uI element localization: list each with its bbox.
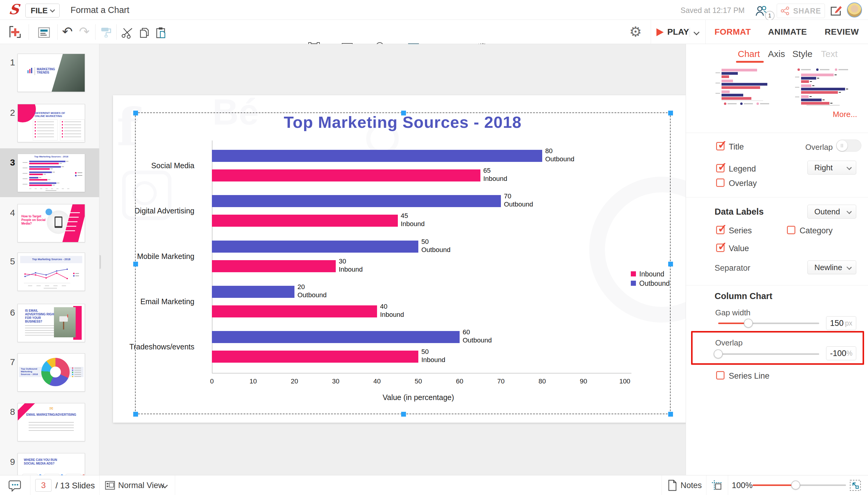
paste-icon[interactable]: [154, 26, 168, 39]
slide-row-9[interactable]: 9WHERE CAN YOU RUN SOCIAL MEDIA ADS?: [0, 448, 100, 475]
series-line-checkbox[interactable]: [716, 371, 725, 379]
gap-width-value-box[interactable]: 150 px: [826, 316, 856, 330]
slide-thumbnail-7[interactable]: Top Outbound Marketing Sources - 2018: [17, 353, 85, 392]
file-menu-button[interactable]: FILE: [25, 4, 60, 17]
redo-button[interactable]: ↷: [79, 24, 89, 39]
comments-icon[interactable]: [8, 480, 22, 492]
thumb-title: DIFFERENT MODES OF ONLINE MARKETING: [35, 112, 74, 118]
gap-width-label: Gap width: [715, 308, 750, 318]
slide-thumbnail-1[interactable]: MARKETING TRENDS: [17, 54, 85, 92]
legend-checkbox[interactable]: [716, 164, 725, 172]
chart-bar-inbound-0[interactable]: [212, 169, 481, 182]
chart-bar-inbound-4[interactable]: [212, 351, 418, 363]
new-slide-button[interactable]: [8, 25, 22, 39]
present-settings-gear-icon[interactable]: ⚙: [629, 23, 642, 40]
chart-bar-inbound-3[interactable]: [212, 305, 377, 318]
slide-row-7[interactable]: 7Top Outbound Marketing Sources - 2018: [0, 348, 100, 397]
slide-row-4[interactable]: 4How to Target People on Social Media?: [0, 199, 100, 248]
slide-thumbnail-5[interactable]: Top Marketing Sources - 2018: [17, 253, 85, 291]
data-labels-position-dropdown[interactable]: Outend: [808, 205, 856, 219]
thumb-title: EMAIL MARKETING/ADVERTISING: [18, 413, 85, 416]
overlap-value-box[interactable]: -100 %: [826, 346, 856, 360]
title-checkbox[interactable]: [716, 142, 725, 150]
chart-bar-inbound-2[interactable]: [212, 260, 336, 272]
normal-view-icon: [105, 481, 115, 490]
format-painter-icon[interactable]: [100, 26, 112, 39]
chart-x-tick-label: 10: [246, 377, 261, 385]
series-checkbox[interactable]: [716, 226, 725, 234]
slide-thumbnail-6[interactable]: IS EMAIL ADVERTISING RIGHT FOR YOUR BUSI…: [17, 304, 85, 342]
undo-button[interactable]: ↶: [62, 24, 73, 39]
chart-bar-outbound-3[interactable]: [212, 286, 294, 298]
document-title[interactable]: Format a Chart: [71, 5, 129, 15]
editor-canvas[interactable]: f Bé Top Marketing Sources - 2018Social …: [100, 44, 685, 475]
chart-object[interactable]: Top Marketing Sources - 2018Social Media…: [113, 95, 685, 423]
notes-label[interactable]: Notes: [680, 481, 702, 490]
slide-thumbnail-8[interactable]: ✉EMAIL MARKETING/ADVERTISING: [17, 403, 85, 441]
thumb-title: WHERE CAN YOU RUN SOCIAL MEDIA ADS?: [24, 458, 69, 465]
legend-dropdown-chevron-icon: [847, 165, 852, 170]
play-button[interactable]: PLAY: [656, 27, 693, 37]
slide-row-5[interactable]: 5Top Marketing Sources - 2018: [0, 247, 100, 296]
slide-thumbnail-9[interactable]: WHERE CAN YOU RUN SOCIAL MEDIA ADS?: [17, 453, 85, 475]
chart-bar-outbound-2[interactable]: [212, 241, 418, 253]
panel-resizer-handle[interactable]: [100, 255, 101, 269]
slide-thumbnail-3[interactable]: Top Marketing Sources - 2018: [17, 154, 85, 192]
slide-guides-icon[interactable]: [711, 480, 723, 491]
chart-x-tick-label: 50: [411, 377, 426, 385]
legend-position-dropdown[interactable]: Right: [808, 161, 856, 174]
gap-width-slider-knob[interactable]: [744, 319, 753, 328]
chart-style-thumb-2[interactable]: [795, 68, 855, 105]
panel-tab-chart[interactable]: Chart: [738, 49, 760, 59]
ribbon-tab-format[interactable]: FORMAT: [709, 20, 757, 44]
chart-bar-inbound-1[interactable]: [212, 215, 398, 227]
overlay-checkbox[interactable]: [716, 178, 725, 187]
value-checkbox[interactable]: [716, 243, 725, 252]
ribbon-tab-animate[interactable]: ANIMATE: [765, 20, 810, 44]
cut-icon[interactable]: [121, 26, 134, 39]
copy-icon[interactable]: [137, 26, 151, 39]
zoom-value[interactable]: 100%: [732, 481, 752, 490]
chart-data-label: 50Outbound: [421, 238, 451, 254]
panel-tab-text: Text: [821, 49, 837, 59]
fit-to-screen-icon[interactable]: [849, 479, 861, 491]
overlap-slider-knob[interactable]: [714, 349, 723, 358]
app-logo-icon[interactable]: S: [8, 1, 20, 17]
thumb-title: Top Outbound Marketing Sources - 2018: [21, 368, 40, 376]
series-checkbox-label: Series: [729, 226, 752, 236]
zoom-slider-knob[interactable]: [791, 480, 800, 490]
slide-row-3[interactable]: 3Top Marketing Sources - 2018: [0, 148, 100, 197]
chart-bar-outbound-1[interactable]: [212, 195, 501, 207]
chart-category-label: Email Marketing: [116, 297, 194, 306]
ribbon-tab-review[interactable]: REVIEW: [819, 20, 864, 44]
chart-bar-outbound-4[interactable]: [212, 331, 459, 343]
series-line-checkbox-label: Series Line: [729, 371, 769, 381]
overlap-slider-track[interactable]: [718, 353, 819, 355]
chart-data-label: 70Outbound: [504, 192, 533, 208]
more-styles-link[interactable]: More...: [830, 110, 857, 119]
play-options-chevron-icon[interactable]: [694, 29, 699, 35]
panel-tab-axis[interactable]: Axis: [768, 49, 785, 59]
panel-tab-style[interactable]: Style: [792, 49, 813, 59]
slide-row-6[interactable]: 6IS EMAIL ADVERTISING RIGHT FOR YOUR BUS…: [0, 298, 100, 347]
chart-bar-outbound-0[interactable]: [212, 150, 542, 162]
share-button[interactable]: SHARE: [777, 4, 825, 18]
user-avatar[interactable]: [847, 2, 862, 17]
slide-row-1[interactable]: 1MARKETING TRENDS: [0, 48, 100, 97]
category-checkbox[interactable]: [787, 226, 795, 234]
chart-data-label: 60Outbound: [463, 328, 492, 344]
slide-row-2[interactable]: 2DIFFERENT MODES OF ONLINE MARKETING: [0, 99, 100, 148]
slide-layout-button[interactable]: [37, 26, 51, 39]
feedback-compose-icon[interactable]: [829, 5, 843, 17]
separator-dropdown[interactable]: Newline: [808, 260, 856, 274]
slide-row-8[interactable]: 8✉EMAIL MARKETING/ADVERTISING: [0, 398, 100, 446]
current-slide-box[interactable]: 3: [35, 479, 52, 492]
slide-thumbnail-4[interactable]: How to Target People on Social Media?: [17, 204, 85, 242]
chart-style-thumb-1[interactable]: [715, 68, 773, 105]
view-mode-label[interactable]: Normal View: [118, 481, 164, 490]
slide-thumbnail-2[interactable]: DIFFERENT MODES OF ONLINE MARKETING: [17, 104, 85, 142]
chart-legend-swatch: [631, 281, 636, 286]
chart-data-label: 50Inbound: [421, 347, 446, 364]
title-overlap-toggle[interactable]: [836, 140, 861, 152]
slide-canvas[interactable]: f Bé Top Marketing Sources - 2018Social …: [113, 95, 685, 423]
